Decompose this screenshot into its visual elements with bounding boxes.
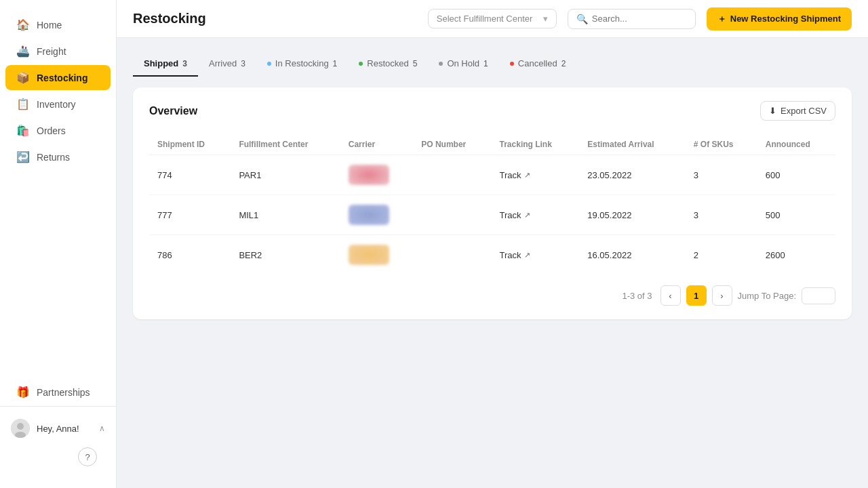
tab-in-restocking-count: 1 <box>333 59 338 68</box>
tab-on-hold-label: On Hold <box>447 58 479 68</box>
tab-arrived[interactable]: Arrived 3 <box>198 52 256 77</box>
cell-shipment-id: 777 <box>149 195 231 235</box>
cell-tracking[interactable]: Track ↗ <box>492 195 580 235</box>
next-page-button[interactable]: › <box>712 285 732 306</box>
track-link[interactable]: Track ↗ <box>500 170 572 180</box>
svg-point-1 <box>17 423 24 430</box>
sidebar-item-inventory[interactable]: 📋 Inventory <box>5 92 111 117</box>
sidebar-item-returns-label: Returns <box>37 152 70 163</box>
sidebar-item-home[interactable]: 🏠 Home <box>5 12 111 37</box>
restocked-dot <box>359 62 363 66</box>
sidebar-item-restocking[interactable]: 📦 Restocking <box>5 65 111 90</box>
cell-fulfillment-center: PAR1 <box>231 155 340 195</box>
new-shipment-button[interactable]: ＋ New Restocking Shipment <box>707 7 852 30</box>
tab-restocked-count: 5 <box>413 59 418 68</box>
tab-shipped-count: 3 <box>182 59 187 68</box>
tab-cancelled-label: Cancelled <box>518 58 557 68</box>
download-icon: ⬇ <box>769 106 776 116</box>
cell-carrier <box>340 155 414 195</box>
cell-po-number <box>413 195 491 235</box>
partnerships-icon: 🎁 <box>16 386 30 399</box>
export-csv-button[interactable]: ⬇ Export CSV <box>760 101 835 121</box>
cell-po-number <box>413 235 491 275</box>
in-restocking-dot <box>267 62 271 66</box>
track-link[interactable]: Track ↗ <box>500 250 572 260</box>
avatar <box>11 419 30 438</box>
main-content: Restocking Select Fulfillment Center ▾ 🔍… <box>117 0 868 488</box>
fulfillment-center-select[interactable]: Select Fulfillment Center ▾ <box>428 9 557 28</box>
col-carrier: Carrier <box>340 134 414 155</box>
tab-cancelled-count: 2 <box>561 59 566 68</box>
user-name: Hey, Anna! <box>37 424 92 434</box>
cell-fulfillment-center: BER2 <box>231 235 340 275</box>
tab-in-restocking[interactable]: In Restocking 1 <box>256 52 348 77</box>
prev-page-button[interactable]: ‹ <box>660 285 681 306</box>
sidebar: 🏠 Home 🚢 Freight 📦 Restocking 📋 Inventor… <box>0 0 117 488</box>
sidebar-item-partnerships-label: Partnerships <box>37 387 90 398</box>
cell-shipment-id: 786 <box>149 235 231 275</box>
overview-card: Overview ⬇ Export CSV Shipment ID Fulfil… <box>133 87 852 319</box>
shipments-table: Shipment ID Fulfillment Center Carrier P… <box>149 134 835 274</box>
inventory-icon: 📋 <box>16 98 30 110</box>
on-hold-dot <box>439 62 443 66</box>
tab-shipped[interactable]: Shipped 3 <box>133 52 198 77</box>
sidebar-item-orders-label: Orders <box>37 125 66 136</box>
search-box: 🔍 <box>568 9 696 29</box>
sidebar-item-orders[interactable]: 🛍️ Orders <box>5 118 111 143</box>
col-announced: Announced <box>757 134 835 155</box>
tab-restocked[interactable]: Restocked 5 <box>348 52 428 77</box>
carrier-logo <box>349 205 389 225</box>
col-tracking: Tracking Link <box>492 134 580 155</box>
tab-cancelled[interactable]: Cancelled 2 <box>499 52 577 77</box>
external-link-icon: ↗ <box>524 251 530 260</box>
cell-carrier <box>340 235 414 275</box>
cell-skus: 2 <box>686 235 757 275</box>
col-estimated-arrival: Estimated Arrival <box>579 134 686 155</box>
cell-skus: 3 <box>686 195 757 235</box>
cell-tracking[interactable]: Track ↗ <box>492 235 580 275</box>
track-label: Track <box>500 250 521 260</box>
cell-tracking[interactable]: Track ↗ <box>492 155 580 195</box>
tab-arrived-count: 3 <box>241 59 245 68</box>
external-link-icon: ↗ <box>524 211 530 220</box>
cell-estimated-arrival: 23.05.2022 <box>579 155 686 195</box>
track-link[interactable]: Track ↗ <box>500 210 572 220</box>
cell-fulfillment-center: MIL1 <box>231 195 340 235</box>
col-skus: # Of SKUs <box>686 134 757 155</box>
jump-input[interactable] <box>802 287 835 304</box>
track-label: Track <box>500 210 521 220</box>
sidebar-item-freight[interactable]: 🚢 Freight <box>5 39 111 64</box>
table-row: 786 BER2 Track ↗ 16.05.2022 2 2600 <box>149 235 835 275</box>
jump-to-page: Jump To Page: <box>738 287 835 304</box>
cell-carrier <box>340 195 414 235</box>
home-icon: 🏠 <box>16 18 30 31</box>
fulfillment-select-label: Select Fulfillment Center <box>437 14 533 24</box>
tab-in-restocking-label: In Restocking <box>275 58 329 68</box>
page-title: Restocking <box>133 11 417 26</box>
pagination: 1-3 of 3 ‹ 1 › Jump To Page: <box>149 285 835 306</box>
cell-announced: 500 <box>757 195 835 235</box>
cell-announced: 600 <box>757 155 835 195</box>
sidebar-item-partnerships[interactable]: 🎁 Partnerships <box>5 380 111 405</box>
page-info: 1-3 of 3 <box>622 291 652 301</box>
topbar: Restocking Select Fulfillment Center ▾ 🔍… <box>117 0 868 38</box>
sidebar-item-freight-label: Freight <box>37 46 66 57</box>
tab-on-hold[interactable]: On Hold 1 <box>428 52 498 77</box>
sidebar-item-returns[interactable]: ↩️ Returns <box>5 144 111 169</box>
page-1-button[interactable]: 1 <box>686 285 707 306</box>
carrier-logo <box>349 165 389 185</box>
tab-on-hold-count: 1 <box>484 59 488 68</box>
col-po-number: PO Number <box>413 134 491 155</box>
external-link-icon: ↗ <box>524 171 530 180</box>
chevron-down-icon: ▾ <box>543 14 548 24</box>
export-label: Export CSV <box>781 106 827 116</box>
freight-icon: 🚢 <box>16 45 30 58</box>
plus-icon: ＋ <box>717 13 726 25</box>
tab-arrived-label: Arrived <box>209 58 237 68</box>
help-button[interactable]: ? <box>78 447 97 466</box>
search-input[interactable] <box>592 14 687 24</box>
cancelled-dot <box>510 62 514 66</box>
user-row[interactable]: Hey, Anna! ∧ <box>0 412 116 445</box>
cell-estimated-arrival: 19.05.2022 <box>579 195 686 235</box>
sidebar-item-home-label: Home <box>37 20 62 30</box>
